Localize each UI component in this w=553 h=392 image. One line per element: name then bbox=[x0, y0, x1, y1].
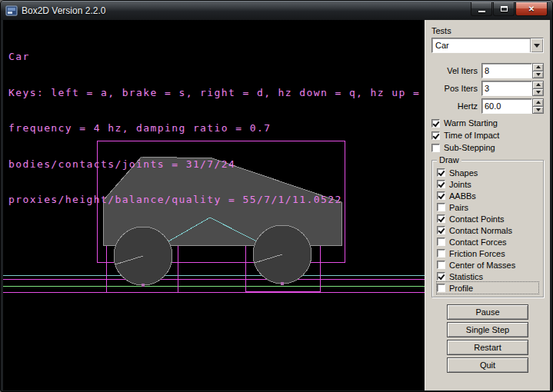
sim-options: Warm Starting Time of Impact Sub-Steppin… bbox=[431, 117, 544, 154]
checkbox-label: Pairs bbox=[449, 203, 468, 212]
spinner-up-button[interactable] bbox=[532, 98, 544, 107]
checkbox-box[interactable] bbox=[431, 131, 440, 140]
draw-group-title: Draw bbox=[437, 155, 461, 164]
checkbox-box[interactable] bbox=[437, 180, 445, 188]
checkbox-friction-forces[interactable]: Friction Forces bbox=[437, 247, 538, 259]
checkbox-aabbs[interactable]: AABBs bbox=[437, 190, 538, 201]
checkbox-contact-normals[interactable]: Contact Normals bbox=[437, 224, 538, 236]
arrow-down-icon bbox=[536, 108, 541, 111]
close-button[interactable]: ✕ bbox=[515, 2, 548, 16]
checkbox-label: Contact Normals bbox=[449, 226, 512, 235]
maximize-button[interactable] bbox=[493, 2, 515, 16]
checkbox-label: AABBs bbox=[449, 191, 476, 201]
checkbox-box[interactable] bbox=[437, 226, 445, 234]
app-icon bbox=[5, 5, 18, 17]
checkbox-label: Contact Forces bbox=[449, 238, 507, 247]
single-step-button[interactable]: Single Step bbox=[447, 322, 528, 337]
stat-line: frequency = 4 hz, damping ratio = 0.7 bbox=[8, 122, 425, 135]
arrow-down-icon bbox=[536, 73, 541, 76]
checkbox-joints[interactable]: Joints bbox=[437, 178, 538, 190]
checkbox-label: Contact Points bbox=[449, 214, 505, 224]
checkbox-box[interactable] bbox=[431, 119, 440, 128]
checkbox-box[interactable] bbox=[437, 203, 445, 211]
spinner-up-button[interactable] bbox=[532, 63, 544, 71]
checkbox-box[interactable] bbox=[437, 272, 445, 281]
window-controls: ✕ bbox=[470, 2, 548, 16]
titlebar[interactable]: Box2D Version 2.2.0 ✕ bbox=[1, 1, 552, 20]
draw-group: Draw Shapes Joints AABBs Pairs bbox=[431, 160, 544, 297]
hertz-input[interactable] bbox=[481, 98, 532, 114]
window-title: Box2D Version 2.2.0 bbox=[22, 5, 105, 16]
stat-line: proxies/height/balance/quality = 55/7/1/… bbox=[8, 194, 425, 206]
stat-line: Keys: left = a, brake = s, right = d, hz… bbox=[8, 87, 425, 99]
quit-button[interactable]: Quit bbox=[447, 357, 528, 373]
vel-iters-input[interactable] bbox=[481, 63, 532, 78]
checkbox-time-of-impact[interactable]: Time of Impact bbox=[431, 129, 544, 141]
app-window: Box2D Version 2.2.0 ✕ bbox=[0, 0, 553, 392]
checkbox-warm-starting[interactable]: Warm Starting bbox=[431, 117, 544, 129]
checkbox-box[interactable] bbox=[437, 191, 445, 200]
checkbox-box[interactable] bbox=[437, 261, 445, 269]
vel-iters-label: Vel Iters bbox=[431, 66, 481, 75]
spinner-down-button[interactable] bbox=[532, 107, 544, 115]
pos-iters-input[interactable] bbox=[481, 81, 532, 96]
checkbox-label: Joints bbox=[449, 180, 471, 189]
minimize-button[interactable] bbox=[471, 2, 492, 16]
checkbox-box[interactable] bbox=[437, 238, 445, 246]
checkbox-box[interactable] bbox=[437, 249, 445, 257]
checkbox-center-of-masses[interactable]: Center of Masses bbox=[437, 259, 538, 271]
checkbox-pairs[interactable]: Pairs bbox=[437, 201, 538, 213]
arrow-up-icon bbox=[536, 65, 541, 68]
maximize-icon bbox=[501, 6, 508, 12]
chevron-down-icon bbox=[534, 44, 540, 48]
checkbox-contact-forces[interactable]: Contact Forces bbox=[437, 236, 538, 247]
checkbox-label: Sub-Stepping bbox=[444, 143, 495, 152]
checkbox-sub-stepping[interactable]: Sub-Stepping bbox=[431, 141, 544, 154]
stat-line: Car bbox=[8, 51, 425, 63]
checkbox-label: Friction Forces bbox=[449, 249, 505, 258]
pos-iters-spinner bbox=[532, 81, 544, 96]
checkbox-box[interactable] bbox=[431, 144, 440, 152]
minimize-icon bbox=[478, 11, 485, 12]
tests-label: Tests bbox=[431, 26, 544, 35]
checkbox-label: Time of Impact bbox=[444, 131, 499, 140]
checkbox-label: Center of Masses bbox=[449, 261, 515, 270]
contact-point bbox=[281, 282, 284, 285]
tests-dropdown-value: Car bbox=[432, 38, 530, 52]
control-panel: Tests Car Vel Iters Pos Iters bbox=[425, 20, 550, 390]
arrow-up-icon bbox=[536, 83, 541, 86]
checkbox-label: Statistics bbox=[449, 272, 483, 281]
checkbox-profile[interactable]: Profile bbox=[437, 282, 538, 294]
pos-iters-label: Pos Iters bbox=[431, 84, 481, 93]
hertz-spinner bbox=[532, 98, 544, 114]
checkbox-box[interactable] bbox=[437, 168, 445, 177]
spinner-up-button[interactable] bbox=[532, 81, 544, 89]
hertz-label: Hertz bbox=[431, 101, 481, 111]
checkbox-box[interactable] bbox=[437, 214, 445, 223]
checkbox-statistics[interactable]: Statistics bbox=[437, 271, 538, 282]
restart-button[interactable]: Restart bbox=[447, 340, 528, 355]
action-buttons: Pause Single Step Restart Quit bbox=[431, 304, 544, 373]
pause-button[interactable]: Pause bbox=[447, 304, 528, 320]
close-icon: ✕ bbox=[528, 5, 535, 13]
contact-point bbox=[142, 284, 145, 287]
checkbox-box[interactable] bbox=[437, 284, 445, 292]
arrow-down-icon bbox=[536, 91, 541, 94]
dropdown-button[interactable] bbox=[530, 38, 543, 52]
tests-dropdown[interactable]: Car bbox=[431, 38, 544, 53]
checkbox-shapes[interactable]: Shapes bbox=[437, 167, 538, 178]
arrow-up-icon bbox=[536, 101, 541, 104]
stats-overlay: Car Keys: left = a, brake = s, right = d… bbox=[8, 27, 425, 230]
simulation-canvas[interactable]: Car Keys: left = a, brake = s, right = d… bbox=[3, 20, 425, 390]
checkbox-label: Shapes bbox=[449, 168, 478, 178]
stat-line: bodies/contacts/joints = 31/7/24 bbox=[8, 158, 425, 171]
checkbox-contact-points[interactable]: Contact Points bbox=[437, 213, 538, 224]
vel-iters-spinner bbox=[532, 63, 544, 78]
checkbox-label: Profile bbox=[449, 284, 473, 293]
spinner-down-button[interactable] bbox=[532, 89, 544, 97]
checkbox-label: Warm Starting bbox=[444, 118, 498, 128]
spinner-down-button[interactable] bbox=[532, 71, 544, 79]
